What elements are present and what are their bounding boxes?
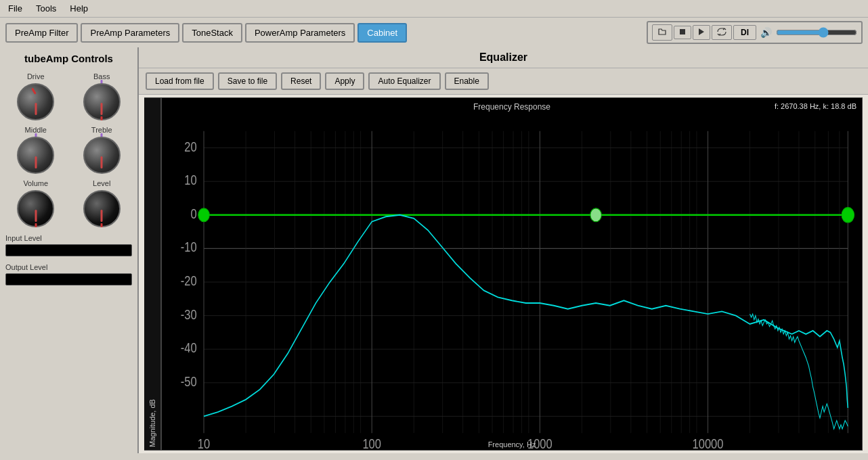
auto-equalizer-btn[interactable]: Auto Equalizer [368, 72, 440, 90]
loop-btn[interactable] [712, 25, 732, 40]
volume-slider[interactable] [776, 27, 857, 38]
frequency-response-chart: 20 10 0 -10 -20 -30 -40 -50 [162, 114, 862, 450]
menu-help[interactable]: Help [67, 2, 91, 15]
knob-level: Level [72, 179, 133, 227]
knob-middle: Middle [5, 126, 66, 174]
svg-text:-50: -50 [181, 373, 197, 389]
knob-middle-control[interactable] [17, 137, 54, 174]
stop-btn[interactable] [674, 26, 691, 39]
eq-toolbar: Load from file Save to file Reset Apply … [139, 68, 868, 95]
volume-icon: 🔊 [760, 27, 772, 38]
knob-level-control[interactable] [83, 190, 121, 227]
knob-bass: Bass [72, 72, 133, 120]
panel-title: tubeAmp Controls [5, 53, 132, 64]
svg-point-62 [198, 208, 210, 222]
knob-drive: Drive [5, 72, 66, 120]
svg-text:10: 10 [184, 172, 196, 188]
chart-title: Frequency Response [473, 102, 550, 112]
input-level-section: Input Level [5, 234, 132, 256]
knob-volume-label: Volume [23, 179, 48, 187]
svg-text:20: 20 [184, 139, 196, 154]
svg-text:-40: -40 [181, 340, 197, 356]
knob-level-label: Level [93, 179, 110, 187]
tab-preamp-params[interactable]: PreAmp Parameters [81, 23, 179, 43]
input-level-label: Input Level [5, 234, 132, 242]
enable-btn[interactable]: Enable [445, 72, 489, 90]
di-button[interactable]: DI [733, 25, 756, 40]
output-level-section: Output Level [5, 263, 132, 285]
save-to-file-btn[interactable]: Save to file [218, 72, 277, 90]
svg-text:100: 100 [362, 436, 381, 450]
output-level-label: Output Level [5, 263, 132, 271]
y-axis-label: Magnitude, dB [144, 97, 161, 451]
tab-poweramp-params[interactable]: PowerAmp Parameters [245, 23, 355, 43]
chart-info: f: 2670.38 Hz, k: 18.8 dB [775, 102, 856, 110]
open-file-btn[interactable] [652, 24, 672, 41]
right-panel: Equalizer Load from file Save to file Re… [139, 47, 868, 453]
tab-tonestack[interactable]: ToneStack [182, 23, 242, 43]
knob-bass-control[interactable] [83, 83, 121, 120]
transport-bar: DI 🔊 [647, 21, 863, 44]
knob-treble-control[interactable] [83, 137, 121, 174]
svg-point-64 [842, 208, 854, 223]
apply-btn[interactable]: Apply [325, 72, 364, 90]
output-level-bar [5, 273, 132, 285]
svg-text:10000: 10000 [693, 436, 724, 450]
menu-file[interactable]: File [5, 2, 25, 15]
tabbar: PreAmp Filter PreAmp Parameters ToneStac… [0, 18, 868, 47]
knob-treble: Treble [72, 126, 133, 174]
load-from-file-btn[interactable]: Load from file [146, 72, 214, 90]
x-axis-label: Frequency, Hz [488, 440, 536, 448]
knob-volume: Volume [5, 179, 66, 227]
main-layout: tubeAmp Controls Drive Bass [0, 47, 868, 453]
reset-btn[interactable]: Reset [281, 72, 321, 90]
svg-marker-1 [699, 28, 704, 35]
knob-grid: Drive Bass Middle [5, 72, 132, 227]
svg-text:-20: -20 [181, 273, 197, 288]
eq-header: Equalizer [139, 47, 868, 68]
left-panel: tubeAmp Controls Drive Bass [0, 47, 139, 453]
chart-area: Frequency Response f: 2670.38 Hz, k: 18.… [161, 97, 863, 451]
svg-point-63 [590, 208, 602, 222]
tab-preamp-filter[interactable]: PreAmp Filter [5, 23, 78, 43]
svg-text:-30: -30 [181, 306, 197, 322]
eq-title: Equalizer [479, 51, 527, 64]
tab-cabinet[interactable]: Cabinet [357, 23, 407, 43]
svg-text:0: 0 [191, 206, 197, 221]
svg-text:-10: -10 [181, 239, 197, 255]
svg-rect-0 [680, 29, 685, 34]
knob-drive-control[interactable] [17, 83, 54, 120]
input-level-bar [5, 244, 132, 256]
knob-volume-control[interactable] [17, 190, 54, 227]
svg-text:10: 10 [198, 436, 210, 450]
knob-drive-label: Drive [27, 72, 45, 80]
menubar: File Tools Help [0, 0, 868, 18]
play-btn[interactable] [693, 25, 710, 40]
menu-tools[interactable]: Tools [33, 2, 59, 15]
